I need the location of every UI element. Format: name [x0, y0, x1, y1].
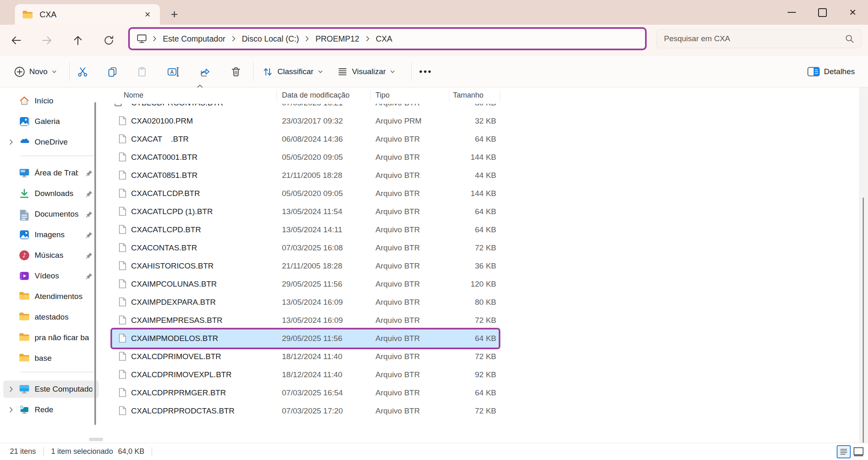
sidebar-item-videos[interactable]: Vídeos: [3, 267, 99, 285]
sidebar-scrollbar[interactable]: [94, 102, 96, 425]
horizontal-scrollbar-thumb[interactable]: [89, 438, 103, 441]
table-row[interactable]: CXALCDPRPRODCTAS.BTR07/03/2025 17:20Arqu…: [112, 402, 499, 420]
up-button[interactable]: [69, 32, 87, 49]
file-type: Arquivo BTR: [375, 153, 437, 162]
file-name: CXACAT0851.BTR: [131, 171, 279, 180]
details-pane-button[interactable]: Detalhes: [805, 62, 857, 82]
table-row[interactable]: CXA020100.PRM23/03/2017 09:32Arquivo PRM…: [112, 112, 499, 130]
explorer-tab[interactable]: CXA ×: [15, 4, 160, 25]
table-row[interactable]: CXALCDPRIMOVEL.BTR18/12/2024 11:40Arquiv…: [112, 348, 499, 366]
search-box[interactable]: [656, 29, 861, 48]
sidebar-item-galeria[interactable]: Galeria: [3, 113, 99, 130]
table-row[interactable]: CXALCDPRIMOVEXPL.BTR18/12/2024 11:40Arqu…: [112, 366, 499, 384]
sidebar-item-atestados[interactable]: atestados: [3, 308, 99, 326]
paste-button[interactable]: [132, 62, 151, 81]
table-row[interactable]: CXAHISTORICOS.BTR21/11/2005 18:28Arquivo…: [112, 257, 499, 275]
table-row[interactable]: CXAIMPMODELOS.BTR29/05/2025 11:56Arquivo…: [112, 329, 499, 348]
close-button[interactable]: ×: [838, 0, 868, 25]
maximize-button[interactable]: [807, 0, 838, 25]
address-bar[interactable]: Este ComputadorDisco Local (C:)PROEMP12C…: [128, 27, 647, 50]
sidebar-divider: [20, 372, 95, 372]
new-tab-button[interactable]: +: [165, 5, 184, 24]
view-button[interactable]: Visualizar: [335, 62, 398, 82]
sidebar-item-atendimentos[interactable]: Atendimentos: [3, 288, 99, 305]
refresh-button[interactable]: [100, 32, 117, 49]
sort-button[interactable]: Classificar: [260, 62, 326, 82]
close-tab-icon[interactable]: ×: [140, 7, 155, 22]
table-row[interactable]: CXALCDPRPRMGER.BTR07/03/2025 16:54Arquiv…: [112, 384, 499, 402]
rename-button[interactable]: A: [164, 62, 183, 81]
table-row[interactable]: CXACATLCPD.BTR13/05/2024 14:11Arquivo BT…: [112, 221, 499, 239]
chevron-down-icon: [52, 70, 57, 74]
file-icon: [119, 170, 126, 180]
file-type: Arquivo BTR: [375, 352, 437, 361]
desktop-icon: [19, 168, 30, 178]
view-icon: [337, 66, 348, 77]
breadcrumb-item-proemp12[interactable]: PROEMP12: [315, 34, 359, 44]
row-checkbox[interactable]: [115, 104, 122, 106]
sidebar-item-pra-nao-ficar-ba[interactable]: pra não ficar ba: [3, 329, 99, 346]
breadcrumb-item-este-computador[interactable]: Este Computador: [163, 34, 225, 44]
column-header-data[interactable]: Data de modificação: [282, 91, 350, 100]
table-row[interactable]: CXAIMPCOLUNAS.BTR29/05/2025 11:56Arquivo…: [112, 275, 499, 293]
column-separator[interactable]: [500, 90, 500, 101]
column-separator[interactable]: [277, 90, 277, 101]
table-row[interactable]: CXACAT0851.BTR21/11/2005 18:28Arquivo BT…: [112, 166, 499, 184]
sidebar-item-onedrive[interactable]: OneDrive: [3, 133, 99, 151]
sidebar-item-imagens[interactable]: Imagens: [3, 226, 99, 243]
gallery-icon: [19, 116, 30, 127]
icons-view-toggle[interactable]: [853, 447, 864, 457]
column-separator[interactable]: [370, 90, 371, 101]
chevron-right-icon[interactable]: [3, 139, 19, 145]
column-header-tipo[interactable]: Tipo: [375, 91, 389, 100]
chevron-right-icon[interactable]: [3, 406, 19, 413]
search-input[interactable]: [663, 34, 845, 44]
table-row[interactable]: CXACATLCPD (1).BTR13/05/2024 11:54Arquiv…: [112, 203, 499, 221]
sidebar-item-downloads[interactable]: Downloads: [3, 185, 99, 202]
folder-icon: [19, 312, 30, 322]
sidebar-item-musicas[interactable]: ♪Músicas: [3, 247, 99, 264]
chevron-right-icon[interactable]: [3, 386, 19, 392]
cut-button[interactable]: [73, 62, 92, 81]
sidebar-divider: [20, 156, 95, 156]
breadcrumb-item-cxa[interactable]: CXA: [376, 34, 392, 44]
table-row[interactable]: CXACAT0001.BTR05/05/2020 09:05Arquivo BT…: [112, 148, 499, 166]
table-row[interactable]: CTBLCDPRCONTAS.BTR07/05/2025 16:21Arquiv…: [112, 104, 499, 112]
column-header-nome[interactable]: Nome: [124, 91, 143, 100]
icons-view-icon: [853, 447, 864, 457]
column-separator[interactable]: [449, 90, 449, 101]
file-icon: [119, 370, 126, 379]
column-header-tamanho[interactable]: Tamanho: [453, 91, 483, 100]
table-row[interactable]: CXACATLCDP.BTR05/05/2020 09:05Arquivo BT…: [112, 184, 499, 203]
sidebar-item-documentos[interactable]: Documentos: [3, 205, 99, 223]
vertical-scrollbar-track[interactable]: [859, 87, 868, 443]
home-icon: [19, 96, 30, 106]
table-row[interactable]: CXAIMPEMPRESAS.BTR13/05/2024 16:09Arquiv…: [112, 311, 499, 329]
file-type: Arquivo BTR: [375, 243, 437, 252]
more-button[interactable]: •••: [416, 62, 435, 81]
documents-icon: [19, 209, 30, 219]
file-size: 64 KB: [437, 334, 496, 343]
table-row[interactable]: CXACONTAS.BTR07/03/2025 16:08Arquivo BTR…: [112, 239, 499, 257]
vertical-scrollbar-thumb[interactable]: [863, 198, 864, 460]
details-view-toggle[interactable]: [837, 445, 851, 458]
minimize-button[interactable]: [777, 0, 807, 25]
table-row[interactable]: CXACAT .BTR06/08/2024 14:36Arquivo BTR64…: [112, 130, 499, 148]
breadcrumb-item-disco-local-c[interactable]: Disco Local (C:): [242, 34, 299, 44]
file-icon: [119, 134, 126, 144]
back-button[interactable]: [7, 32, 25, 49]
sidebar-item-rede[interactable]: Rede: [3, 401, 99, 418]
forward-button[interactable]: [38, 32, 56, 49]
new-button[interactable]: Novo: [12, 62, 59, 82]
delete-button[interactable]: [226, 62, 245, 81]
computer-icon: [19, 384, 30, 395]
sidebar-item-area-de-trabalho[interactable]: Área de Trabalho: [3, 164, 99, 182]
sidebar-item-este-computador[interactable]: Este Computador: [3, 381, 99, 398]
sidebar-item-base[interactable]: base: [3, 350, 99, 367]
share-button[interactable]: [195, 62, 214, 81]
copy-button[interactable]: [103, 62, 122, 81]
sidebar-item-inicio[interactable]: Início: [3, 92, 99, 110]
file-date: 07/03/2025 17:20: [282, 406, 371, 416]
table-row[interactable]: CXAIMPDEXPARA.BTR13/05/2024 16:09Arquivo…: [112, 293, 499, 311]
file-type: Arquivo BTR: [375, 171, 437, 180]
